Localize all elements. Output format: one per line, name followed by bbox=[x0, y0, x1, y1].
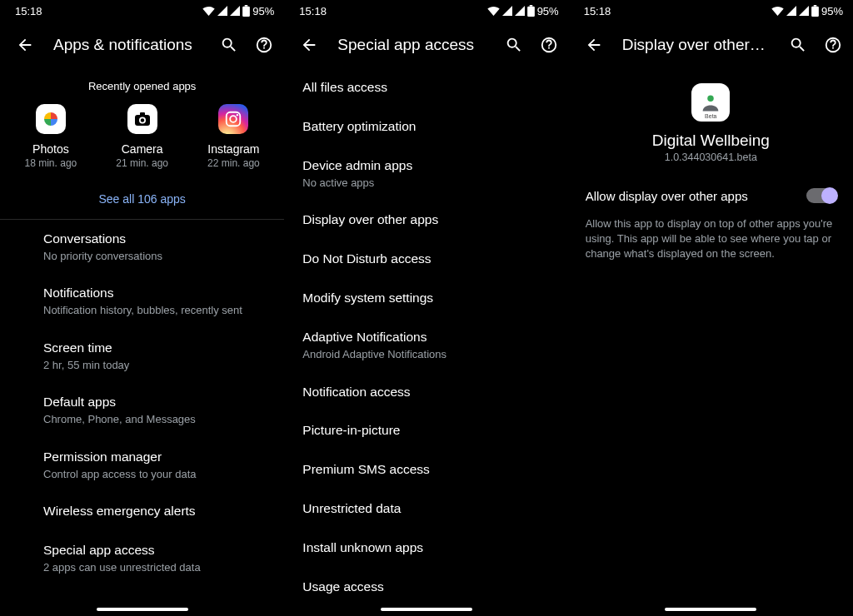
search-icon[interactable] bbox=[786, 33, 810, 57]
page-title: Apps & notifications bbox=[53, 36, 201, 54]
see-all-apps-link[interactable]: See all 106 apps bbox=[0, 179, 284, 220]
panel-apps-notifications: 15:18 95% Apps & notifications Recently … bbox=[0, 0, 284, 616]
battery-icon bbox=[811, 5, 819, 17]
list-item[interactable]: Install unknown apps bbox=[284, 529, 568, 568]
battery-icon bbox=[242, 5, 250, 17]
list-item-subtitle: Android Adaptive Notifications bbox=[302, 347, 551, 362]
svg-point-16 bbox=[708, 96, 714, 102]
list-item[interactable]: Wireless emergency alerts bbox=[0, 492, 284, 531]
list-item[interactable]: Screen time2 hr, 55 min today bbox=[0, 329, 284, 383]
back-icon[interactable] bbox=[297, 33, 321, 57]
list-item[interactable]: NotificationsNotification history, bubbl… bbox=[0, 274, 284, 328]
digital-wellbeing-icon: Beta bbox=[691, 83, 730, 122]
status-right: 95% bbox=[487, 5, 559, 17]
statusbar: 15:18 95% bbox=[569, 0, 853, 22]
list-item-title: Notification access bbox=[302, 384, 551, 401]
recent-app-time: 22 min. ago bbox=[207, 157, 260, 169]
list-item[interactable]: ConversationsNo priority conversations bbox=[0, 220, 284, 274]
list-item-title: All files access bbox=[302, 79, 551, 97]
recent-app-instagram[interactable]: Instagram 22 min. ago bbox=[192, 104, 275, 169]
app-version: 1.0.344030641.beta bbox=[665, 152, 757, 163]
recent-app-photos[interactable]: Photos 18 min. ago bbox=[9, 104, 92, 169]
status-right: 95% bbox=[202, 5, 274, 17]
allow-overlay-toggle-row[interactable]: Allow display over other apps bbox=[569, 175, 853, 210]
list-item[interactable]: Premium SMS access bbox=[284, 450, 568, 489]
signal-icon-2 bbox=[230, 6, 240, 16]
panel-display-over-apps: 15:18 95% Display over other a… Beta bbox=[569, 0, 853, 616]
list-item[interactable]: Battery optimization bbox=[284, 107, 568, 147]
content: Recently opened apps Photos 18 min. ago bbox=[0, 68, 284, 616]
camera-icon bbox=[127, 104, 157, 134]
svg-point-9 bbox=[237, 114, 238, 116]
signal-icon bbox=[217, 6, 227, 16]
signal-icon bbox=[786, 6, 796, 16]
appbar: Special app access bbox=[284, 22, 568, 68]
list-item-title: Usage access bbox=[302, 579, 551, 596]
list-item-subtitle: No active apps bbox=[302, 176, 551, 191]
help-icon[interactable] bbox=[821, 33, 845, 57]
list-item-subtitle: Notification history, bubbles, recently … bbox=[43, 303, 267, 318]
list-item-title: Modify system settings bbox=[302, 290, 551, 307]
beta-badge: Beta bbox=[705, 113, 716, 119]
svg-point-8 bbox=[231, 116, 237, 122]
recent-app-time: 18 min. ago bbox=[25, 157, 77, 169]
list-item-title: Do Not Disturb access bbox=[302, 251, 551, 268]
search-icon[interactable] bbox=[502, 33, 526, 57]
overlay-description: Allow this app to display on top of othe… bbox=[569, 210, 853, 262]
list-item[interactable]: Default appsChrome, Phone, and Messages bbox=[0, 383, 284, 437]
signal-icon-2 bbox=[515, 6, 525, 16]
status-time: 15:18 bbox=[299, 5, 327, 17]
back-icon[interactable] bbox=[582, 33, 606, 57]
list-item[interactable]: Picture-in-picture bbox=[284, 411, 568, 450]
list-item-title: Permission manager bbox=[43, 449, 267, 466]
status-time: 15:18 bbox=[584, 5, 611, 17]
help-icon[interactable] bbox=[252, 33, 276, 57]
help-icon[interactable] bbox=[537, 33, 561, 57]
recent-app-name: Camera bbox=[122, 142, 163, 156]
list-item-subtitle: 2 apps can use unrestricted data bbox=[43, 560, 267, 575]
list-item-title: Special app access bbox=[43, 542, 267, 559]
app-name: Digital Wellbeing bbox=[652, 132, 770, 150]
back-icon[interactable] bbox=[13, 33, 37, 57]
toggle-label: Allow display over other apps bbox=[586, 189, 748, 203]
signal-icon bbox=[502, 6, 512, 16]
list-item[interactable]: Device admin appsNo active apps bbox=[284, 147, 568, 201]
list-item[interactable]: All files access bbox=[284, 68, 568, 107]
nav-handle[interactable] bbox=[97, 608, 188, 611]
list-item-title: Unrestricted data bbox=[302, 500, 551, 518]
list-item-title: Adaptive Notifications bbox=[302, 329, 551, 346]
nav-handle[interactable] bbox=[665, 608, 756, 611]
list-item[interactable]: Do Not Disturb access bbox=[284, 240, 568, 279]
list-item[interactable]: Display over other apps bbox=[284, 201, 568, 240]
list-item-title: Picture-in-picture bbox=[302, 422, 551, 440]
list-item[interactable]: Modify system settings bbox=[284, 279, 568, 318]
list-item[interactable]: Special app access2 apps can use unrestr… bbox=[0, 531, 284, 585]
wifi-icon bbox=[202, 6, 215, 16]
list-item[interactable]: Unrestricted data bbox=[284, 489, 568, 529]
svg-rect-13 bbox=[811, 7, 819, 17]
nav-handle[interactable] bbox=[381, 608, 472, 611]
toggle-switch[interactable] bbox=[806, 188, 836, 203]
recently-opened-header: Recently opened apps bbox=[0, 68, 284, 104]
search-icon[interactable] bbox=[217, 33, 241, 57]
svg-rect-11 bbox=[529, 5, 532, 7]
page-title: Display over other a… bbox=[622, 36, 770, 54]
list-item[interactable]: Notification access bbox=[284, 373, 568, 412]
list-item-subtitle: No priority conversations bbox=[43, 249, 267, 264]
list-item-subtitle: Control app access to your data bbox=[43, 467, 267, 482]
list-item-title: Screen time bbox=[43, 340, 267, 357]
app-info-block: Beta Digital Wellbeing 1.0.344030641.bet… bbox=[569, 68, 853, 175]
list-item-title: Conversations bbox=[43, 231, 267, 248]
recent-app-camera[interactable]: Camera 21 min. ago bbox=[101, 104, 184, 169]
list-item-title: Premium SMS access bbox=[302, 461, 551, 479]
list-item[interactable]: Permission managerControl app access to … bbox=[0, 438, 284, 492]
special-access-list: All files accessBattery optimizationDevi… bbox=[284, 68, 568, 616]
list-item-title: Wireless emergency alerts bbox=[43, 503, 267, 520]
list-item-title: Battery optimization bbox=[302, 118, 551, 136]
svg-rect-6 bbox=[140, 112, 145, 116]
statusbar: 15:18 95% bbox=[0, 0, 284, 22]
list-item[interactable]: Adaptive NotificationsAndroid Adaptive N… bbox=[284, 318, 568, 372]
list-item[interactable]: Usage access bbox=[284, 568, 568, 607]
svg-point-5 bbox=[140, 118, 143, 122]
svg-rect-14 bbox=[814, 5, 817, 7]
